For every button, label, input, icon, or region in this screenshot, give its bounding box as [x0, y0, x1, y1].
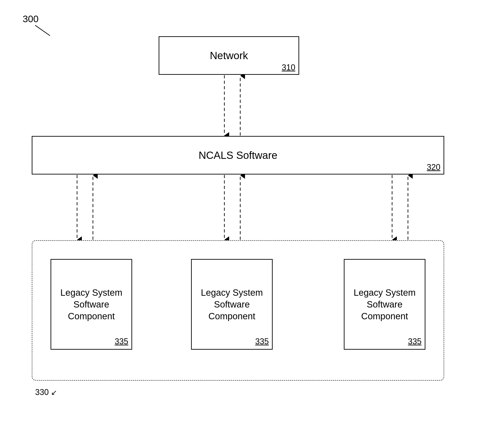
legacy-component-1-ref: 335	[115, 337, 128, 346]
ncals-label: NCALS Software	[199, 149, 277, 161]
diagram: 300 Network 310 NCALS Software 320 Legac…	[0, 0, 490, 448]
legacy-component-3: Legacy SystemSoftwareComponent 335	[344, 259, 425, 350]
legacy-group: Legacy SystemSoftwareComponent 335 Legac…	[32, 240, 444, 381]
legacy-component-3-ref: 335	[408, 337, 421, 346]
figure-label: 300	[23, 14, 39, 25]
legacy-component-1-text: Legacy SystemSoftwareComponent	[60, 287, 122, 322]
legacy-component-2-ref: 335	[255, 337, 269, 346]
fig-label-arrow	[35, 25, 50, 36]
ncals-box: NCALS Software 320	[32, 136, 444, 175]
legacy-component-2: Legacy SystemSoftwareComponent 335	[191, 259, 273, 350]
network-box: Network 310	[159, 36, 299, 75]
ncals-ref: 320	[427, 162, 440, 172]
legacy-component-1: Legacy SystemSoftwareComponent 335	[51, 259, 132, 350]
legacy-component-2-text: Legacy SystemSoftwareComponent	[201, 287, 263, 322]
group-ref-label: 330 ↙	[35, 387, 57, 397]
network-label: Network	[210, 49, 248, 62]
legacy-component-3-text: Legacy SystemSoftwareComponent	[354, 287, 415, 322]
network-ref: 310	[282, 63, 295, 72]
